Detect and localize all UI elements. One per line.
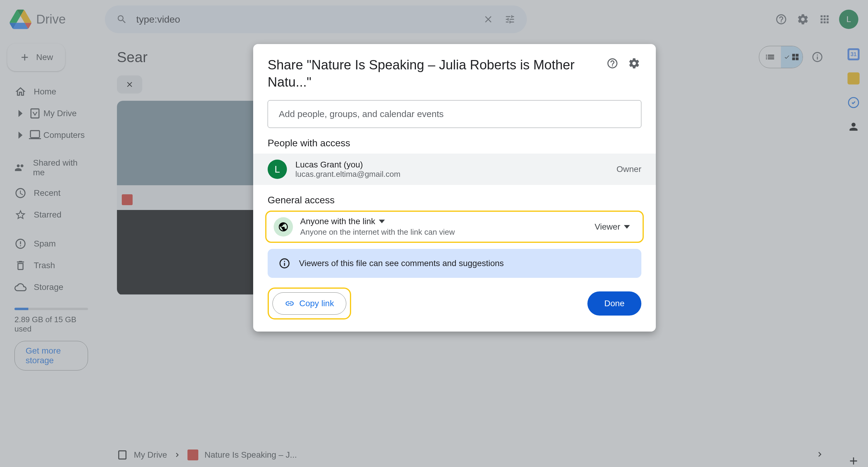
general-access-title: General access <box>253 195 656 206</box>
settings-icon[interactable] <box>627 56 641 70</box>
person-email: lucas.grant.eltima@gmail.com <box>296 170 608 179</box>
copy-link-highlight: Copy link <box>268 288 351 319</box>
person-info: Lucas Grant (you) lucas.grant.eltima@gma… <box>296 160 608 179</box>
people-section-title: People with access <box>253 138 656 149</box>
person-name: Lucas Grant (you) <box>296 160 608 170</box>
access-row: Anyone with the link Anyone on the inter… <box>265 211 644 243</box>
access-description: Anyone on the internet with the link can… <box>300 228 582 237</box>
done-button[interactable]: Done <box>587 291 641 316</box>
dialog-header: Share "Nature Is Speaking – Julia Robert… <box>253 56 656 90</box>
chevron-down-icon <box>379 220 385 223</box>
access-info: Anyone with the link Anyone on the inter… <box>300 216 582 237</box>
info-banner: Viewers of this file can see comments an… <box>268 249 641 278</box>
add-people-input[interactable]: Add people, groups, and calendar events <box>268 100 641 128</box>
dialog-title: Share "Nature Is Speaking – Julia Robert… <box>268 56 598 90</box>
link-icon <box>285 299 294 308</box>
general-access-section: General access Anyone with the link Anyo… <box>253 195 656 243</box>
person-avatar: L <box>268 159 287 179</box>
banner-text: Viewers of this file can see comments an… <box>299 259 504 268</box>
help-icon[interactable] <box>605 56 620 70</box>
dialog-actions: Copy link Done <box>253 288 656 319</box>
copy-link-button[interactable]: Copy link <box>273 292 346 315</box>
chevron-down-icon <box>624 225 630 229</box>
role-dropdown[interactable]: Viewer <box>589 220 635 234</box>
access-mode-dropdown[interactable]: Anyone with the link <box>300 216 582 226</box>
person-row-owner: L Lucas Grant (you) lucas.grant.eltima@g… <box>253 153 656 185</box>
person-role: Owner <box>617 165 641 174</box>
info-icon <box>278 257 290 269</box>
share-dialog: Share "Nature Is Speaking – Julia Robert… <box>253 44 656 331</box>
globe-icon <box>274 217 293 236</box>
